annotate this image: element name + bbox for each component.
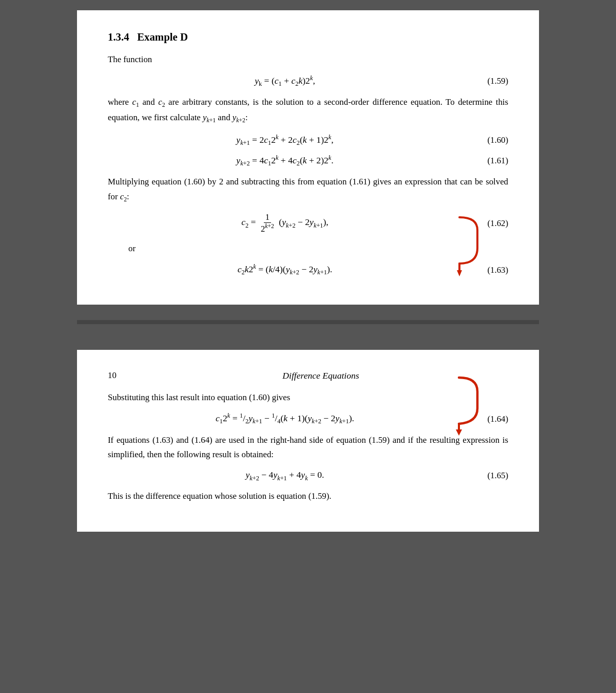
- or-text: or: [128, 241, 508, 256]
- eq164-math: c12k = 1/2yk+1 − 1/4(k + 1)(yk+2 − 2yk+1…: [216, 412, 354, 425]
- page-header-row: 10 Difference Equations: [108, 370, 508, 381]
- eq165-math: yk+2 − 4yk+1 + 4yk = 0.: [245, 470, 324, 482]
- conclusion: This is the difference equation whose so…: [108, 489, 508, 504]
- equation-163: c2k2k = (k/4)(yk+2 − 2yk+1). (1.63): [108, 263, 508, 276]
- section-heading: 1.3.4 Example D: [108, 31, 508, 43]
- eq163-math: c2k2k = (k/4)(yk+2 − 2yk+1).: [238, 263, 332, 276]
- intro-text: The function: [108, 52, 508, 67]
- page-separator: [77, 320, 539, 324]
- eq165-number: (1.65): [462, 471, 508, 481]
- eq162-math: c2 = 1 2k+2 (yk+2 − 2yk+1),: [241, 212, 329, 234]
- equation-164: c12k = 1/2yk+1 − 1/4(k + 1)(yk+2 − 2yk+1…: [108, 412, 508, 425]
- equation-165: yk+2 − 4yk+1 + 4yk = 0. (1.65): [108, 470, 508, 482]
- eq159-number: (1.59): [462, 76, 508, 86]
- fraction-162: 1 2k+2: [259, 212, 276, 234]
- equation-161: yk+2 = 4c12k + 4c2(k + 2)2k. (1.61): [108, 154, 508, 167]
- red-bracket-bottom: [453, 375, 484, 437]
- eq160-number: (1.60): [462, 135, 508, 145]
- page-bottom: 10 Difference Equations Substituting thi…: [77, 350, 539, 532]
- page-top: 1.3.4 Example D The function yk = (c1 + …: [77, 10, 539, 305]
- paragraph1: where c1 and c2 are arbitrary constants,…: [108, 95, 508, 126]
- equation-159: yk = (c1 + c2k)2k, (1.59): [108, 74, 508, 88]
- eq164-number: (1.64): [462, 414, 508, 424]
- equation-160: yk+1 = 2c12k + 2c2(k + 1)2k, (1.60): [108, 134, 508, 147]
- gap: [77, 324, 539, 340]
- eq161-number: (1.61): [462, 156, 508, 166]
- page-chapter-title: Difference Equations: [133, 370, 508, 381]
- paragraph3: Substituting this last result into equat…: [108, 390, 508, 405]
- paragraph2: Multiplying equation (1.60) by 2 and sub…: [108, 175, 508, 205]
- equation-162: c2 = 1 2k+2 (yk+2 − 2yk+1), (1.62): [108, 212, 508, 234]
- eq161-math: yk+2 = 4c12k + 4c2(k + 2)2k.: [236, 154, 333, 167]
- eq162-number: (1.62): [462, 218, 508, 229]
- paragraph4: If equations (1.63) and (1.64) are used …: [108, 433, 508, 462]
- eq160-math: yk+1 = 2c12k + 2c2(k + 1)2k,: [236, 134, 333, 147]
- eq159-math: yk = (c1 + c2k)2k,: [255, 74, 315, 88]
- page-number: 10: [108, 370, 133, 381]
- eq163-number: (1.63): [462, 265, 508, 275]
